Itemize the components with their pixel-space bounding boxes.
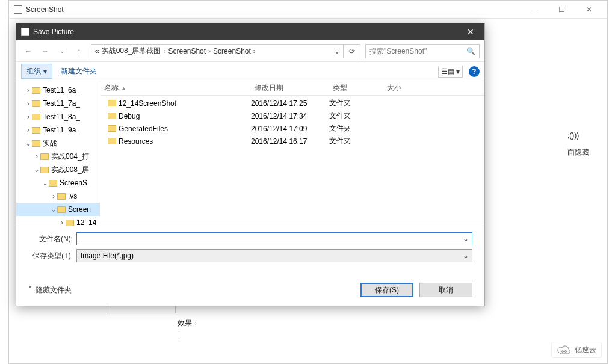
search-input[interactable] (369, 47, 466, 55)
crumb-dropdown-icon[interactable]: ⌄ (331, 47, 343, 55)
new-folder-button[interactable]: 新建文件夹 (61, 66, 97, 76)
file-date: 2016/12/14 17:09 (251, 125, 329, 133)
filetype-select[interactable]: Image File(*.jpg) ⌄ (76, 249, 472, 262)
maximize-button[interactable]: ☐ (548, 1, 575, 18)
search-box[interactable]: 🔍 (365, 44, 480, 58)
column-name[interactable]: 名称▲ (100, 83, 251, 93)
help-icon[interactable]: ? (469, 66, 480, 77)
nav-recent-icon[interactable]: ⌄ (55, 44, 69, 58)
file-list[interactable]: 名称▲ 修改日期 类型 大小 12_14ScreenShot2016/12/14… (100, 81, 484, 226)
breadcrumb[interactable]: « 实战008_屏幕截图› ScreenShot› ScreenShot› ⌄ … (91, 44, 360, 58)
tree-item[interactable]: ⌄实战 (16, 137, 100, 150)
chevron-right-icon[interactable]: › (207, 47, 212, 55)
save-button[interactable]: 保存(S) (360, 283, 413, 297)
crumb-1[interactable]: 实战008_屏幕截图 (100, 46, 162, 56)
file-name: 12_14ScreenShot (119, 99, 176, 108)
list-item[interactable]: 12_14ScreenShot2016/12/14 17:25文件夹 (100, 97, 484, 110)
nav-forward-icon[interactable]: → (38, 44, 52, 58)
dialog-titlebar[interactable]: Save Picture ✕ (16, 23, 484, 40)
chevron-down-icon[interactable]: ⌄ (461, 235, 471, 243)
view-options-button[interactable]: ☰▤▾ (438, 66, 463, 78)
tree-label: Test11_9a_ (43, 126, 80, 134)
tree-item[interactable]: ›Test11_8a_ (16, 110, 100, 123)
folder-icon (32, 87, 40, 94)
minimize-button[interactable]: — (521, 1, 548, 18)
tree-item[interactable]: ›实战004_打 (16, 150, 100, 163)
dialog-title: Save Picture (33, 28, 74, 36)
tree-item[interactable]: ›Test11_6a_ (16, 84, 100, 97)
app-titlebar: ScreenShot — ☐ ✕ (9, 1, 607, 19)
tree-label: .vs (68, 192, 77, 200)
tree-item[interactable]: ⌄实战008_屏 (16, 163, 100, 176)
hide-folders-toggle[interactable]: ˄ 隐藏文件夹 (28, 285, 72, 295)
list-item[interactable]: Debug2016/12/14 17:34文件夹 (100, 110, 484, 122)
folder-icon (49, 180, 57, 187)
svg-point-0 (562, 350, 564, 352)
search-icon[interactable]: 🔍 (466, 47, 475, 55)
chevron-down-icon: ▾ (43, 67, 47, 76)
tree-label: Test11_8a_ (43, 113, 80, 121)
tree-toggle-icon[interactable]: › (58, 218, 66, 226)
tree-toggle-icon[interactable]: › (25, 113, 32, 121)
folder-tree[interactable]: ›Test11_6a_›Test11_7a_›Test11_8a_›Test11… (16, 81, 100, 226)
organize-button[interactable]: 组织▾ (21, 64, 52, 79)
list-item[interactable]: Resources2016/12/14 16:17文件夹 (100, 135, 484, 147)
svg-point-1 (565, 350, 567, 352)
tree-item[interactable]: ›.vs (16, 190, 100, 203)
folder-icon (40, 153, 49, 160)
nav-up-icon[interactable]: ↑ (72, 44, 86, 58)
file-name: GeneratedFiles (119, 125, 168, 133)
dialog-toolbar: 组织▾ 新建文件夹 ☰▤▾ ? (16, 62, 484, 81)
dialog-close-icon[interactable]: ✕ (462, 27, 480, 37)
file-name: Resources (119, 137, 153, 146)
tree-toggle-icon[interactable]: › (50, 192, 57, 200)
folder-icon (108, 125, 116, 132)
tree-item[interactable]: ›Test11_9a_ (16, 123, 100, 137)
tree-label: Test11_6a_ (43, 86, 80, 94)
chevron-up-icon: ˄ (28, 286, 32, 294)
tree-toggle-icon[interactable]: ⌄ (50, 205, 57, 214)
cloud-icon (557, 345, 571, 355)
folder-icon (66, 220, 74, 226)
tree-item[interactable]: ›Test11_7a_ (16, 97, 100, 110)
file-type: 文件夹 (329, 136, 383, 146)
list-header[interactable]: 名称▲ 修改日期 类型 大小 (100, 81, 484, 96)
tree-toggle-icon[interactable]: › (25, 86, 32, 94)
tree-item[interactable]: ⌄ScreenS (16, 176, 100, 190)
file-type: 文件夹 (329, 98, 383, 108)
crumb-root[interactable]: « (94, 47, 100, 55)
tree-label: 12_14 (76, 218, 96, 226)
chevron-down-icon[interactable]: ⌄ (461, 251, 471, 260)
tree-label: 实战008_屏 (51, 165, 89, 175)
tree-toggle-icon[interactable]: › (33, 152, 40, 161)
close-button[interactable]: ✕ (575, 1, 602, 18)
column-type[interactable]: 类型 (329, 83, 383, 93)
crumb-3[interactable]: ScreenShot (212, 47, 252, 55)
tree-item[interactable]: ›12_14 (16, 216, 100, 226)
tree-toggle-icon[interactable]: ⌄ (42, 179, 49, 187)
filetype-label: 保存类型(T): (28, 251, 76, 261)
nav-back-icon[interactable]: ← (21, 44, 36, 58)
column-date[interactable]: 修改日期 (251, 83, 329, 93)
chevron-right-icon[interactable]: › (252, 47, 257, 55)
watermark: 亿速云 (551, 342, 602, 358)
filename-input[interactable]: ⌄ (76, 232, 472, 245)
refresh-icon[interactable]: ⟳ (343, 45, 360, 58)
tree-item[interactable]: ⌄Screen (16, 203, 100, 216)
tree-label: Test11_7a_ (43, 99, 80, 108)
tree-toggle-icon[interactable]: ⌄ (25, 139, 32, 147)
column-size[interactable]: 大小 (383, 83, 425, 93)
folder-icon (32, 114, 40, 120)
file-name: Debug (119, 112, 140, 120)
bg-code-fragment: ;())) 面隐藏 (567, 127, 589, 161)
cancel-button[interactable]: 取消 (419, 283, 472, 297)
tree-toggle-icon[interactable]: › (25, 99, 32, 108)
crumb-2[interactable]: ScreenShot (167, 47, 207, 55)
filename-label: 文件名(N): (28, 234, 76, 244)
dialog-footer: ˄ 隐藏文件夹 保存(S) 取消 (16, 271, 484, 306)
bg-caption: 效果： (178, 318, 199, 341)
list-item[interactable]: GeneratedFiles2016/12/14 17:09文件夹 (100, 122, 484, 135)
chevron-right-icon[interactable]: › (162, 47, 167, 55)
tree-toggle-icon[interactable]: › (25, 126, 32, 134)
tree-toggle-icon[interactable]: ⌄ (33, 165, 40, 174)
